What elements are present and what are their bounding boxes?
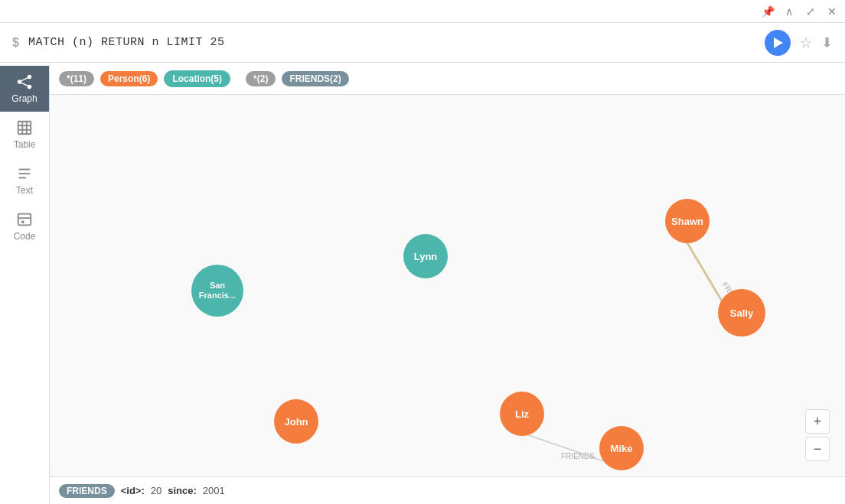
- svg-rect-5: [18, 122, 31, 135]
- status-id-label: <id>:: [121, 485, 145, 496]
- node-shawn[interactable]: Shawn: [665, 199, 710, 243]
- sidebar-code-label: Code: [14, 231, 36, 242]
- zoom-in-button[interactable]: +: [805, 409, 830, 434]
- filter-friends[interactable]: FRIENDS(2): [282, 71, 348, 86]
- text-icon: [16, 165, 33, 182]
- graph-canvas[interactable]: FRIENDS FRIENDS SanFrancis... Lynn Shawn: [50, 95, 845, 476]
- svg-rect-13: [18, 214, 31, 226]
- download-icon[interactable]: ⬇: [821, 34, 833, 51]
- query-dollar: $: [12, 36, 19, 50]
- top-bar: 📌 ∧ ⤢ ✕: [0, 0, 845, 23]
- status-since-label: since:: [168, 485, 197, 496]
- svg-point-0: [18, 80, 22, 84]
- node-liz[interactable]: Liz: [500, 392, 544, 436]
- sidebar-item-text[interactable]: Text: [0, 158, 49, 203]
- query-bar: $ MATCH (n) RETURN n LIMIT 25 ☆ ⬇: [0, 23, 845, 63]
- node-john[interactable]: John: [274, 399, 318, 444]
- sidebar-item-table[interactable]: Table: [0, 112, 49, 158]
- sidebar-table-label: Table: [14, 139, 36, 150]
- node-sally[interactable]: Sally: [718, 289, 765, 337]
- sidebar-graph-label: Graph: [11, 93, 37, 104]
- sidebar-item-code[interactable]: Code: [0, 203, 49, 249]
- filter-location[interactable]: Location(5): [164, 70, 230, 87]
- query-text[interactable]: MATCH (n) RETURN n LIMIT 25: [28, 36, 755, 49]
- svg-point-2: [28, 85, 31, 89]
- edges-svg: FRIENDS FRIENDS: [50, 95, 845, 476]
- status-since-value: 2001: [203, 485, 225, 496]
- filter-bar: *(11) Person(6) Location(5) *(2) FRIENDS…: [50, 63, 845, 95]
- expand-icon[interactable]: ⤢: [804, 5, 817, 18]
- table-icon: [16, 119, 33, 136]
- filter-all-edges[interactable]: *(2): [246, 71, 276, 86]
- star-icon[interactable]: ☆: [800, 34, 812, 51]
- filter-person[interactable]: Person(6): [100, 71, 158, 86]
- sidebar-text-label: Text: [16, 185, 33, 196]
- status-id-value: 20: [151, 485, 161, 496]
- node-san-francisco[interactable]: SanFrancis...: [191, 265, 243, 317]
- zoom-out-button[interactable]: −: [805, 437, 830, 461]
- node-lynn[interactable]: Lynn: [403, 234, 448, 278]
- node-mike[interactable]: Mike: [599, 426, 644, 470]
- filter-all-nodes[interactable]: *(11): [59, 71, 94, 86]
- code-icon: [16, 211, 33, 228]
- graph-icon: [16, 73, 33, 90]
- content-area: *(11) Person(6) Location(5) *(2) FRIENDS…: [50, 63, 845, 504]
- close-icon[interactable]: ✕: [825, 5, 839, 18]
- status-bar: FRIENDS <id>: 20 since: 2001: [50, 476, 845, 504]
- sidebar-item-graph[interactable]: Graph: [0, 66, 49, 112]
- svg-point-1: [28, 75, 31, 80]
- zoom-controls: + −: [805, 409, 830, 461]
- run-button[interactable]: [765, 30, 791, 56]
- svg-line-4: [21, 83, 28, 86]
- svg-line-3: [21, 78, 28, 81]
- status-badge: FRIENDS: [59, 484, 115, 498]
- pin-icon[interactable]: 📌: [761, 5, 775, 18]
- edge-label-friends-2: FRIENDS: [561, 452, 595, 460]
- main-layout: Graph Table Text: [0, 63, 845, 504]
- sidebar: Graph Table Text: [0, 63, 50, 504]
- collapse-icon[interactable]: ∧: [782, 5, 796, 18]
